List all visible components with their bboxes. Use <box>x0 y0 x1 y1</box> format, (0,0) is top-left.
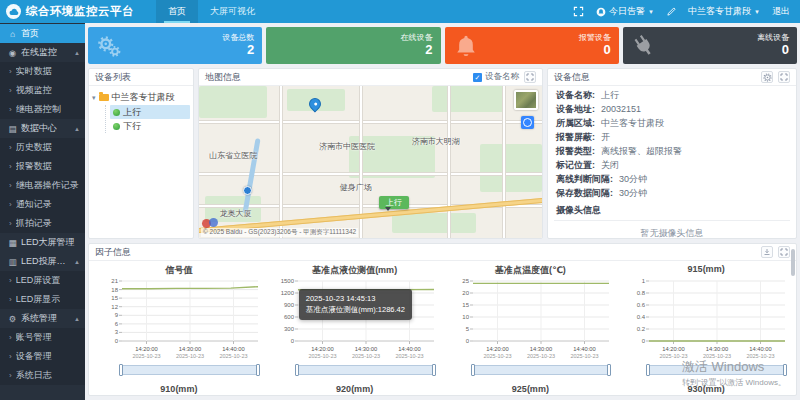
datazoom-slider[interactable] <box>647 365 786 375</box>
svg-text:2025-10-23: 2025-10-23 <box>484 353 512 359</box>
stat-value: 0 <box>579 43 611 57</box>
sidebar-item-继电器操作记录[interactable]: ›继电器操作记录 <box>0 176 85 195</box>
user-name: 中兰客专甘肃段 <box>688 5 751 18</box>
plug-icon <box>631 33 657 59</box>
info-label: 离线判断间隔: <box>556 174 613 184</box>
chart-plot[interactable]: 03691215182114:20:002025-10-2314:30:0020… <box>91 276 267 364</box>
map-place-label: 济南市中医医院 <box>319 141 375 152</box>
sidebar-item-LED屏设置[interactable]: ›LED屏设置 <box>0 271 85 290</box>
alarm-bell-icon <box>596 7 606 17</box>
info-value: 离线报警、超限报警 <box>601 146 682 156</box>
tree-caret-icon[interactable]: ▾ <box>92 94 96 102</box>
datazoom-slider[interactable] <box>120 365 259 375</box>
chart-title: 920(mm) <box>267 384 443 396</box>
submenu-arrow-icon: › <box>9 143 12 152</box>
sidebar-item-历史数据[interactable]: ›历史数据 <box>0 138 85 157</box>
svg-text:14:20:00: 14:20:00 <box>487 346 510 352</box>
sidebar-item-继电器控制[interactable]: ›继电器控制 <box>0 100 85 119</box>
map-road <box>279 86 283 238</box>
datazoom-handle-right[interactable] <box>256 364 260 376</box>
transit-icon[interactable] <box>243 186 252 195</box>
svg-text:18: 18 <box>111 287 118 293</box>
datazoom-handle-left[interactable] <box>295 364 299 376</box>
factor-expand-icon[interactable] <box>778 246 790 258</box>
svg-text:1500: 1500 <box>280 278 294 284</box>
tree-node-上行[interactable]: 上行 <box>110 105 190 119</box>
map-canvas[interactable]: 上行 © 2025 Baidu - GS(2023)3206号 - 甲测资字11… <box>199 86 542 238</box>
chart-title: 925(mm) <box>443 384 619 396</box>
app-logo: 综合环境监控云平台 <box>0 4 142 19</box>
map-road <box>447 86 451 238</box>
sidebar-item-设备管理[interactable]: ›设备管理 <box>0 347 85 366</box>
info-value: 上行 <box>601 90 619 100</box>
map-layer-switcher[interactable] <box>514 90 538 110</box>
user-dropdown[interactable]: 中兰客专甘肃段 ▼ <box>688 5 760 18</box>
tree-root-node[interactable]: ▾ 中兰客专甘肃段 <box>92 90 190 105</box>
charts-grid: 信号值03691215182114:20:002025-10-2314:30:0… <box>89 261 796 396</box>
logout-button[interactable]: 退出 <box>772 5 790 18</box>
svg-text:12: 12 <box>111 304 118 310</box>
sidebar-item-数据中心[interactable]: ▤数据中心▲ <box>0 119 85 138</box>
datazoom-slider[interactable] <box>472 365 611 375</box>
alarm-dropdown[interactable]: 今日告警 ▼ <box>596 5 654 18</box>
device-name-checkbox-wrap: ✓ 设备名称 <box>473 71 519 83</box>
tooltip-value: 基准点液位测值(mm):1286.42 <box>306 304 405 315</box>
svg-text:2025-10-23: 2025-10-23 <box>527 353 555 359</box>
info-label: 标记位置: <box>556 160 595 170</box>
svg-text:1200: 1200 <box>280 290 294 296</box>
svg-text:2025-10-23: 2025-10-23 <box>219 353 247 359</box>
nav-tab-home[interactable]: 首页 <box>156 0 198 23</box>
tree-children: 上行下行 <box>105 105 190 133</box>
submenu-arrow-icon: › <box>9 333 12 342</box>
download-icon[interactable] <box>761 246 773 258</box>
device-name-checkbox[interactable]: ✓ <box>473 73 482 82</box>
cloud-logo-icon <box>6 4 21 19</box>
submenu-arrow-icon: › <box>9 181 12 190</box>
svg-text:14:40:00: 14:40:00 <box>574 346 597 352</box>
sidebar-item-label: LED屏显示 <box>16 293 61 306</box>
sidebar-item-实时数据[interactable]: ›实时数据 <box>0 62 85 81</box>
sidebar-item-通知记录[interactable]: ›通知记录 <box>0 195 85 214</box>
sidebar-item-视频监控[interactable]: ›视频监控 <box>0 81 85 100</box>
map-park-area <box>392 213 476 233</box>
map-expand-icon[interactable] <box>524 71 536 83</box>
sidebar-item-在线监控[interactable]: ◉在线监控▲ <box>0 43 85 62</box>
map-pano-control[interactable] <box>521 116 534 129</box>
sidebar-item-首页[interactable]: ⌂首页 <box>0 24 85 43</box>
sidebar-item-系统管理[interactable]: ⚙系统管理▲ <box>0 309 85 328</box>
datazoom-slider[interactable] <box>296 365 435 375</box>
sidebar-item-报警数据[interactable]: ›报警数据 <box>0 157 85 176</box>
device-info-expand-icon[interactable] <box>778 71 790 83</box>
datazoom-handle-left[interactable] <box>646 364 650 376</box>
factor-scrollbar[interactable] <box>791 249 795 276</box>
sidebar-item-系统日志[interactable]: ›系统日志 <box>0 366 85 385</box>
chart-tooltip: 2025-10-23 14:45:13基准点液位测值(mm):1286.42 <box>299 289 412 320</box>
leaf-icon <box>274 33 300 59</box>
device-settings-icon[interactable] <box>761 71 773 83</box>
stat-text: 离线设备0 <box>757 34 789 57</box>
chart-plot[interactable]: 051015202514:20:002025-10-2314:30:002025… <box>443 276 619 364</box>
stat-text: 在线设备2 <box>401 34 433 57</box>
device-marker-up[interactable]: 上行 <box>379 196 409 209</box>
nav-tab-bigscreen[interactable]: 大屏可视化 <box>198 0 267 23</box>
sidebar-item-抓拍记录[interactable]: ›抓拍记录 <box>0 214 85 233</box>
top-nav: 首页 大屏可视化 <box>156 0 267 23</box>
datazoom-handle-right[interactable] <box>432 364 436 376</box>
sidebar-item-账号管理[interactable]: ›账号管理 <box>0 328 85 347</box>
datazoom-handle-left[interactable] <box>119 364 123 376</box>
chart-信号值: 信号值03691215182114:20:002025-10-2314:30:0… <box>91 261 267 381</box>
svg-text:2025-10-23: 2025-10-23 <box>395 353 423 359</box>
sidebar-item-LED投屏显示[interactable]: ▥LED投屏显示▲ <box>0 252 85 271</box>
theme-brush-icon[interactable] <box>666 7 676 17</box>
datazoom-handle-left[interactable] <box>471 364 475 376</box>
sidebar-item-LED大屏管理[interactable]: ▦LED大屏管理 <box>0 233 85 252</box>
stat-value: 2 <box>401 43 433 57</box>
datazoom-handle-right[interactable] <box>607 364 611 376</box>
datazoom-handle-right[interactable] <box>783 364 787 376</box>
fullscreen-icon[interactable] <box>573 6 584 17</box>
info-row: 所属区域:中兰客专甘肃段 <box>556 118 788 128</box>
tree-node-下行[interactable]: 下行 <box>110 119 190 133</box>
map-park-area <box>432 86 506 112</box>
sidebar-item-LED屏显示[interactable]: ›LED屏显示 <box>0 290 85 309</box>
chart-plot[interactable]: 00.20.40.60.8114:20:002025-10-2314:30:00… <box>618 276 794 364</box>
